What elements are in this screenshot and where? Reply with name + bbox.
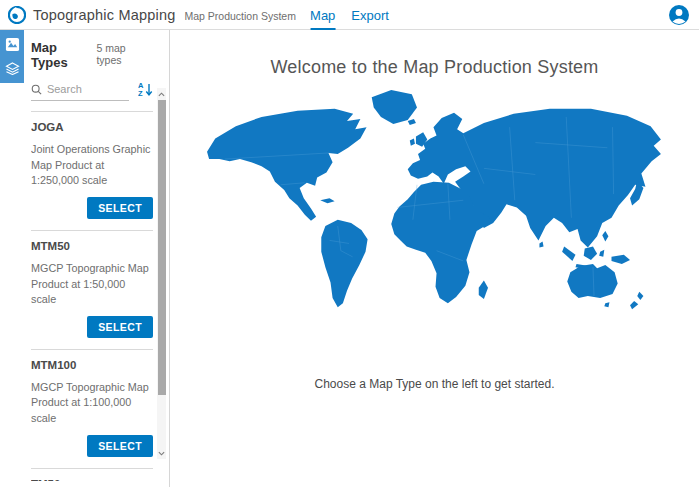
select-button[interactable]: SELECT (87, 435, 153, 457)
welcome-heading: Welcome to the Map Production System (170, 57, 699, 78)
app-subtitle: Map Production System (184, 7, 295, 22)
tab-map[interactable]: Map (310, 8, 335, 30)
map-type-name: JOGA (31, 121, 153, 133)
map-tool-icon[interactable] (4, 37, 20, 51)
scroll-down-icon[interactable] (157, 447, 166, 459)
select-button[interactable]: SELECT (87, 316, 153, 338)
map-type-name: TM50 (31, 478, 153, 481)
scroll-up-icon[interactable] (157, 88, 166, 100)
svg-text:Z: Z (138, 89, 143, 97)
map-type-desc: MGCP Topographic Map Product at 1:100,00… (31, 380, 151, 427)
select-button[interactable]: SELECT (87, 197, 153, 219)
map-type-count: 5 map types (96, 42, 153, 66)
tool-rail (0, 30, 24, 487)
tab-export[interactable]: Export (351, 8, 389, 30)
scrollbar-thumb[interactable] (158, 100, 166, 395)
map-type-desc: Joint Operations Graphic Map Product at … (31, 142, 151, 189)
map-types-panel: Map Types 5 map types A Z (24, 30, 169, 487)
map-type-name: MTM100 (31, 359, 153, 371)
map-type-list: JOGA Joint Operations Graphic Map Produc… (31, 111, 153, 481)
top-bar: Topographic Mapping Map Production Syste… (0, 0, 699, 30)
scrollbar-track[interactable] (157, 100, 166, 447)
sort-az-icon[interactable]: A Z (138, 81, 153, 101)
map-type-card: MTM50 MGCP Topographic Map Product at 1:… (31, 231, 153, 350)
map-types-sidebar: Map Types 5 map types A Z (0, 30, 170, 487)
map-type-card: JOGA Joint Operations Graphic Map Produc… (31, 112, 153, 231)
main-content: Welcome to the Map Production System (170, 30, 699, 487)
search-icon (31, 83, 42, 96)
map-type-desc: MGCP Topographic Map Product at 1:50,000… (31, 261, 151, 308)
user-avatar-icon[interactable] (669, 5, 689, 25)
layers-icon[interactable] (4, 61, 20, 75)
sidebar-scrollbar[interactable] (157, 88, 166, 459)
map-type-card: MTM100 MGCP Topographic Map Product at 1… (31, 350, 153, 469)
panel-title: Map Types (31, 40, 96, 70)
main-nav: Map Export (310, 0, 389, 30)
globe-icon (8, 6, 26, 24)
app-title: Topographic Mapping (33, 7, 175, 23)
map-type-name: MTM50 (31, 240, 153, 252)
footer-hint: Choose a Map Type on the left to get sta… (170, 377, 699, 391)
search-input[interactable] (47, 83, 129, 95)
world-map (198, 86, 672, 315)
map-type-card: TM50 Topographic Map Product at 1:50,000… (31, 469, 153, 481)
